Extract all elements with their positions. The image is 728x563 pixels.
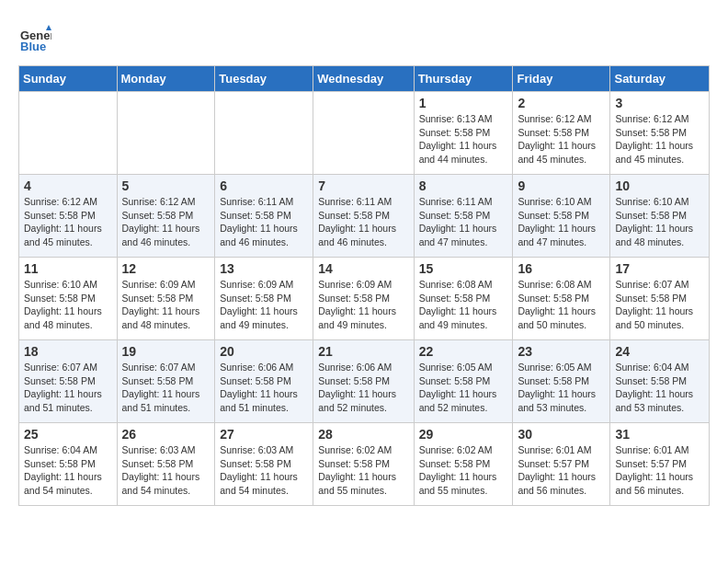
day-cell: 20Sunrise: 6:06 AM Sunset: 5:58 PM Dayli… bbox=[215, 340, 313, 423]
day-info: Sunrise: 6:04 AM Sunset: 5:58 PM Dayligh… bbox=[615, 361, 704, 415]
weekday-header-tuesday: Tuesday bbox=[215, 66, 313, 92]
day-number: 28 bbox=[318, 427, 408, 442]
logo-icon: General Blue bbox=[18, 23, 51, 56]
svg-text:Blue: Blue bbox=[20, 40, 46, 53]
day-cell: 19Sunrise: 6:07 AM Sunset: 5:58 PM Dayli… bbox=[117, 340, 215, 423]
weekday-header-wednesday: Wednesday bbox=[313, 66, 414, 92]
day-number: 23 bbox=[518, 344, 605, 359]
day-cell: 21Sunrise: 6:06 AM Sunset: 5:58 PM Dayli… bbox=[313, 340, 414, 423]
day-number: 4 bbox=[24, 178, 112, 193]
day-cell: 4Sunrise: 6:12 AM Sunset: 5:58 PM Daylig… bbox=[19, 175, 118, 258]
day-cell: 16Sunrise: 6:08 AM Sunset: 5:58 PM Dayli… bbox=[513, 258, 610, 340]
day-info: Sunrise: 6:01 AM Sunset: 5:57 PM Dayligh… bbox=[518, 443, 605, 498]
day-info: Sunrise: 6:08 AM Sunset: 5:58 PM Dayligh… bbox=[419, 278, 508, 332]
day-info: Sunrise: 6:12 AM Sunset: 5:58 PM Dayligh… bbox=[122, 195, 210, 249]
weekday-header-sunday: Sunday bbox=[19, 66, 118, 92]
day-info: Sunrise: 6:11 AM Sunset: 5:58 PM Dayligh… bbox=[318, 195, 408, 249]
day-number: 8 bbox=[419, 178, 508, 193]
day-cell bbox=[19, 92, 118, 175]
day-cell: 5Sunrise: 6:12 AM Sunset: 5:58 PM Daylig… bbox=[117, 175, 215, 258]
day-number: 24 bbox=[615, 344, 704, 359]
day-number: 9 bbox=[518, 178, 605, 193]
day-number: 15 bbox=[419, 261, 508, 276]
day-number: 11 bbox=[24, 261, 112, 276]
week-row-2: 4Sunrise: 6:12 AM Sunset: 5:58 PM Daylig… bbox=[19, 175, 710, 258]
day-cell: 23Sunrise: 6:05 AM Sunset: 5:58 PM Dayli… bbox=[513, 340, 610, 423]
day-number: 7 bbox=[318, 178, 408, 193]
day-number: 5 bbox=[122, 178, 210, 193]
day-info: Sunrise: 6:12 AM Sunset: 5:58 PM Dayligh… bbox=[24, 195, 112, 249]
day-cell: 29Sunrise: 6:02 AM Sunset: 5:58 PM Dayli… bbox=[414, 423, 513, 506]
day-number: 21 bbox=[318, 344, 408, 359]
week-row-4: 18Sunrise: 6:07 AM Sunset: 5:58 PM Dayli… bbox=[19, 340, 710, 423]
day-number: 16 bbox=[518, 261, 605, 276]
page-header: General Blue bbox=[18, 18, 710, 56]
day-cell: 10Sunrise: 6:10 AM Sunset: 5:58 PM Dayli… bbox=[610, 175, 710, 258]
day-info: Sunrise: 6:06 AM Sunset: 5:58 PM Dayligh… bbox=[220, 361, 308, 415]
day-info: Sunrise: 6:03 AM Sunset: 5:58 PM Dayligh… bbox=[220, 443, 308, 498]
day-number: 22 bbox=[419, 344, 508, 359]
svg-marker-2 bbox=[46, 25, 51, 30]
day-number: 14 bbox=[318, 261, 408, 276]
day-info: Sunrise: 6:11 AM Sunset: 5:58 PM Dayligh… bbox=[220, 195, 308, 249]
day-number: 29 bbox=[419, 427, 508, 442]
day-number: 31 bbox=[615, 427, 704, 442]
weekday-header-friday: Friday bbox=[513, 66, 610, 92]
day-cell: 11Sunrise: 6:10 AM Sunset: 5:58 PM Dayli… bbox=[19, 258, 118, 340]
day-number: 26 bbox=[122, 427, 210, 442]
day-info: Sunrise: 6:12 AM Sunset: 5:58 PM Dayligh… bbox=[518, 112, 605, 167]
day-number: 30 bbox=[518, 427, 605, 442]
day-info: Sunrise: 6:09 AM Sunset: 5:58 PM Dayligh… bbox=[122, 278, 210, 332]
day-number: 10 bbox=[615, 178, 704, 193]
day-number: 20 bbox=[220, 344, 308, 359]
day-cell: 7Sunrise: 6:11 AM Sunset: 5:58 PM Daylig… bbox=[313, 175, 414, 258]
day-cell: 9Sunrise: 6:10 AM Sunset: 5:58 PM Daylig… bbox=[513, 175, 610, 258]
day-info: Sunrise: 6:10 AM Sunset: 5:58 PM Dayligh… bbox=[24, 278, 112, 332]
weekday-header-thursday: Thursday bbox=[414, 66, 513, 92]
day-info: Sunrise: 6:05 AM Sunset: 5:58 PM Dayligh… bbox=[419, 361, 508, 415]
day-cell: 2Sunrise: 6:12 AM Sunset: 5:58 PM Daylig… bbox=[513, 92, 610, 175]
day-info: Sunrise: 6:04 AM Sunset: 5:58 PM Dayligh… bbox=[24, 443, 112, 498]
day-info: Sunrise: 6:07 AM Sunset: 5:58 PM Dayligh… bbox=[24, 361, 112, 415]
day-cell: 25Sunrise: 6:04 AM Sunset: 5:58 PM Dayli… bbox=[19, 423, 118, 506]
day-cell: 31Sunrise: 6:01 AM Sunset: 5:57 PM Dayli… bbox=[610, 423, 710, 506]
day-cell: 12Sunrise: 6:09 AM Sunset: 5:58 PM Dayli… bbox=[117, 258, 215, 340]
day-number: 19 bbox=[122, 344, 210, 359]
day-cell: 24Sunrise: 6:04 AM Sunset: 5:58 PM Dayli… bbox=[610, 340, 710, 423]
week-row-1: 1Sunrise: 6:13 AM Sunset: 5:58 PM Daylig… bbox=[19, 92, 710, 175]
logo: General Blue bbox=[18, 23, 55, 56]
day-cell: 1Sunrise: 6:13 AM Sunset: 5:58 PM Daylig… bbox=[414, 92, 513, 175]
day-info: Sunrise: 6:08 AM Sunset: 5:58 PM Dayligh… bbox=[518, 278, 605, 332]
day-cell: 8Sunrise: 6:11 AM Sunset: 5:58 PM Daylig… bbox=[414, 175, 513, 258]
day-cell: 6Sunrise: 6:11 AM Sunset: 5:58 PM Daylig… bbox=[215, 175, 313, 258]
day-info: Sunrise: 6:10 AM Sunset: 5:58 PM Dayligh… bbox=[518, 195, 605, 249]
day-info: Sunrise: 6:10 AM Sunset: 5:58 PM Dayligh… bbox=[615, 195, 704, 249]
day-cell: 26Sunrise: 6:03 AM Sunset: 5:58 PM Dayli… bbox=[117, 423, 215, 506]
day-info: Sunrise: 6:09 AM Sunset: 5:58 PM Dayligh… bbox=[318, 278, 408, 332]
day-cell bbox=[313, 92, 414, 175]
day-number: 3 bbox=[615, 96, 704, 110]
day-cell bbox=[215, 92, 313, 175]
day-cell: 28Sunrise: 6:02 AM Sunset: 5:58 PM Dayli… bbox=[313, 423, 414, 506]
day-number: 27 bbox=[220, 427, 308, 442]
day-info: Sunrise: 6:05 AM Sunset: 5:58 PM Dayligh… bbox=[518, 361, 605, 415]
day-number: 17 bbox=[615, 261, 704, 276]
day-info: Sunrise: 6:07 AM Sunset: 5:58 PM Dayligh… bbox=[122, 361, 210, 415]
day-number: 1 bbox=[419, 96, 508, 110]
day-cell: 13Sunrise: 6:09 AM Sunset: 5:58 PM Dayli… bbox=[215, 258, 313, 340]
week-row-3: 11Sunrise: 6:10 AM Sunset: 5:58 PM Dayli… bbox=[19, 258, 710, 340]
weekday-header-saturday: Saturday bbox=[610, 66, 710, 92]
day-info: Sunrise: 6:13 AM Sunset: 5:58 PM Dayligh… bbox=[419, 112, 508, 167]
week-row-5: 25Sunrise: 6:04 AM Sunset: 5:58 PM Dayli… bbox=[19, 423, 710, 506]
day-cell: 30Sunrise: 6:01 AM Sunset: 5:57 PM Dayli… bbox=[513, 423, 610, 506]
day-info: Sunrise: 6:02 AM Sunset: 5:58 PM Dayligh… bbox=[419, 443, 508, 498]
day-cell: 3Sunrise: 6:12 AM Sunset: 5:58 PM Daylig… bbox=[610, 92, 710, 175]
day-cell: 27Sunrise: 6:03 AM Sunset: 5:58 PM Dayli… bbox=[215, 423, 313, 506]
day-cell: 14Sunrise: 6:09 AM Sunset: 5:58 PM Dayli… bbox=[313, 258, 414, 340]
day-info: Sunrise: 6:07 AM Sunset: 5:58 PM Dayligh… bbox=[615, 278, 704, 332]
day-number: 12 bbox=[122, 261, 210, 276]
day-info: Sunrise: 6:02 AM Sunset: 5:58 PM Dayligh… bbox=[318, 443, 408, 498]
day-info: Sunrise: 6:11 AM Sunset: 5:58 PM Dayligh… bbox=[419, 195, 508, 249]
day-cell: 17Sunrise: 6:07 AM Sunset: 5:58 PM Dayli… bbox=[610, 258, 710, 340]
day-cell: 15Sunrise: 6:08 AM Sunset: 5:58 PM Dayli… bbox=[414, 258, 513, 340]
